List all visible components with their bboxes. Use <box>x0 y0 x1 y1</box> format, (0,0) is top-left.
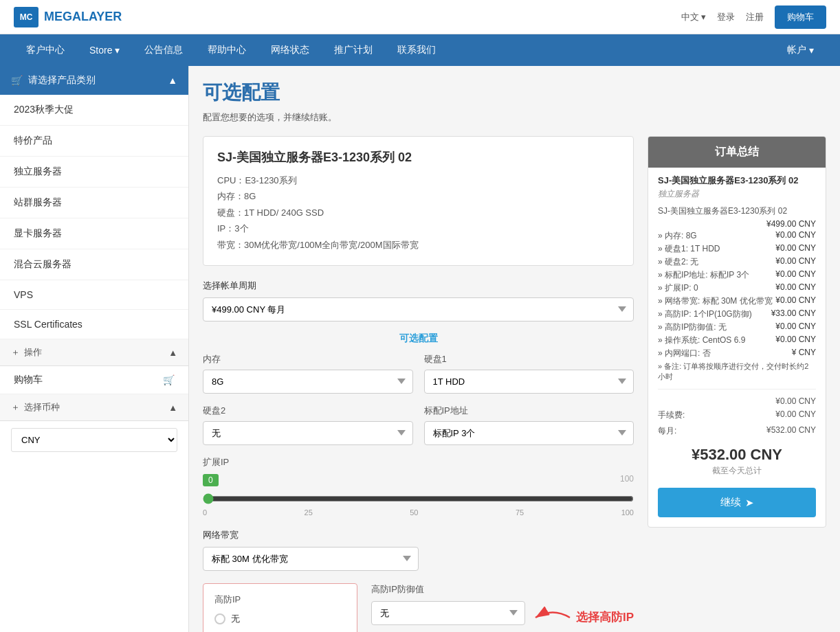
cart-label: 购物车 <box>14 374 43 386</box>
content-area: 可选配置 配置您想要的选项，并继续结账。 SJ-美国独立服务器E3-1230系列… <box>189 66 840 632</box>
sidebar-item-special[interactable]: 特价产品 <box>0 126 188 157</box>
order-item-5: » 网络带宽: 标配 30M 优化带宽 ¥0.00 CNY <box>648 295 826 308</box>
order-total-price: ¥532.00 CNY <box>658 446 816 464</box>
sidebar-header: 🛒 请选择产品类别 ▲ <box>0 66 188 95</box>
lang-switcher[interactable]: 中文 ▾ <box>681 11 706 23</box>
currency-select[interactable]: CNY USD <box>11 428 177 452</box>
logo-icon: MC <box>14 7 38 27</box>
cart-icon-small: 🛒 <box>163 374 175 385</box>
order-item-1: » 硬盘1: 1T HDD ¥0.00 CNY <box>648 242 826 256</box>
order-subtotal-row: ¥0.00 CNY <box>648 395 826 407</box>
sidebar-item-ssl[interactable]: SSL Certificates <box>0 310 188 339</box>
ip-field: 标配IP地址 标配IP 3个 <box>424 405 634 445</box>
expand-ip-slider[interactable] <box>203 493 634 504</box>
main-layout: 🛒 请选择产品类别 ▲ 2023秋季大促 特价产品 独立服务器 站群服务器 显卡… <box>0 66 840 632</box>
login-link[interactable]: 登录 <box>717 11 735 23</box>
highdef-none-radio[interactable] <box>214 613 225 624</box>
fee-value: ¥0.00 CNY <box>775 409 816 421</box>
monthly-value: ¥532.00 CNY <box>766 425 816 437</box>
sidebar-item-hybrid[interactable]: 混合云服务器 <box>0 249 188 280</box>
currency-toggle[interactable]: ＋ 选择币种 <box>11 401 60 414</box>
highdef-none-option[interactable]: 无 <box>214 613 346 625</box>
sidebar-item-gpu[interactable]: 显卡服务器 <box>0 218 188 249</box>
content-right: SJ-美国独立服务器E3-1230系列 02 CPU：E3-1230系列 内存：… <box>203 136 826 632</box>
highdef-ip-label: 高防IP <box>214 594 346 606</box>
sidebar-collapse-icon[interactable]: ▲ <box>168 75 177 86</box>
logo-text: MEGALAYER <box>44 10 122 24</box>
network-section: 网络带宽 标配 30M 优化带宽 100M 全向带宽 200M 国际带宽 <box>203 529 634 571</box>
sidebar-cart-item[interactable]: 购物车 🛒 <box>0 366 188 394</box>
sidebar-item-dedicated[interactable]: 独立服务器 <box>0 157 188 188</box>
continue-label: 继续 <box>720 496 741 509</box>
operations-toggle[interactable]: ＋ 操作 <box>11 346 42 359</box>
nav-item-network[interactable]: 网络状态 <box>258 34 322 66</box>
nav-item-account[interactable]: 帐户 ▾ <box>775 34 826 66</box>
memory-select[interactable]: 8G 16G <box>203 370 413 394</box>
order-divider <box>658 389 816 390</box>
nav-left: 客户中心 Store ▾ 公告信息 帮助中心 网络状态 推广计划 联系我们 <box>14 34 448 66</box>
product-title: SJ-美国独立服务器E3-1230系列 02 <box>217 149 619 166</box>
network-label: 网络带宽 <box>203 529 634 541</box>
disk1-field: 硬盘1 1T HDD 240G SSD <box>424 353 634 394</box>
order-fee-row: 手续费: ¥0.00 CNY <box>648 407 826 423</box>
nav-item-news[interactable]: 公告信息 <box>132 34 195 66</box>
order-base-product: SJ-美国独立服务器E3-1230系列 02 <box>648 204 826 218</box>
slider-current-value: 0 <box>203 474 219 486</box>
lang-label: 中文 <box>681 11 699 23</box>
nav-item-promotion[interactable]: 推广计划 <box>322 34 385 66</box>
ip-select[interactable]: 标配IP 3个 <box>424 421 634 445</box>
slider-section: 扩展IP 0 100 0 25 50 75 <box>203 456 634 517</box>
lang-arrow: ▾ <box>701 12 706 22</box>
disk1-select[interactable]: 1T HDD 240G SSD <box>424 370 634 394</box>
memory-field: 内存 8G 16G <box>203 353 413 394</box>
order-item-6: » 高防IP: 1个IP(10G防御) ¥33.00 CNY <box>648 308 826 321</box>
order-summary: 订单总结 SJ-美国独立服务器E3-1230系列 02 独立服务器 SJ-美国独… <box>648 136 826 528</box>
network-select[interactable]: 标配 30M 优化带宽 100M 全向带宽 200M 国际带宽 <box>203 547 419 571</box>
highdef-none-label: 无 <box>231 613 240 625</box>
operations-label: 操作 <box>24 346 42 359</box>
content-main: SJ-美国独立服务器E3-1230系列 02 CPU：E3-1230系列 内存：… <box>203 136 634 632</box>
slider-ticks: 0 25 50 75 100 <box>203 508 634 517</box>
sidebar-item-cluster[interactable]: 站群服务器 <box>0 188 188 218</box>
defense-value-select[interactable]: 无 10G 20G <box>371 601 525 625</box>
optional-header: 可选配置 <box>203 332 634 345</box>
currency-collapse[interactable]: ▲ <box>168 403 177 413</box>
sidebar-header-left: 🛒 请选择产品类别 <box>11 74 96 87</box>
sidebar: 🛒 请选择产品类别 ▲ 2023秋季大促 特价产品 独立服务器 站群服务器 显卡… <box>0 66 189 632</box>
order-header: 订单总结 <box>648 137 826 168</box>
monthly-label: 每月: <box>658 425 676 437</box>
order-base-price: ¥499.00 CNY <box>766 219 816 229</box>
nav-item-help[interactable]: 帮助中心 <box>195 34 258 66</box>
highdef-row: 高防IP 无 1个IP(10G防御) ¥33.00 CNY <box>203 583 525 632</box>
period-select[interactable]: ¥499.00 CNY 每月 <box>203 297 634 321</box>
continue-button[interactable]: 继续 ➤ <box>658 488 816 517</box>
cart-button[interactable]: 购物车 <box>775 5 826 29</box>
order-total-section: ¥532.00 CNY 截至今天总计 <box>648 439 826 482</box>
plus-icon-2: ＋ <box>11 401 20 414</box>
plus-icon: ＋ <box>11 346 20 359</box>
order-base-price-row: ¥499.00 CNY <box>648 218 826 229</box>
product-card: SJ-美国独立服务器E3-1230系列 02 CPU：E3-1230系列 内存：… <box>203 136 634 266</box>
sidebar-item-vps[interactable]: VPS <box>0 280 188 310</box>
store-arrow: ▾ <box>115 45 120 56</box>
spec-ip: IP：3个 <box>217 221 619 236</box>
product-specs: CPU：E3-1230系列 内存：8G 硬盘：1T HDD/ 240G SSD … <box>217 172 619 253</box>
operations-collapse[interactable]: ▲ <box>168 348 177 358</box>
spec-bandwidth: 带宽：30M优化带宽/100M全向带宽/200M国际带宽 <box>217 237 619 253</box>
order-item-8: » 操作系统: CentOS 6.9 ¥0.00 CNY <box>648 334 826 347</box>
disk2-select[interactable]: 无 1T HDD <box>203 421 413 445</box>
order-item-7: » 高防IP防御值: 无 ¥0.00 CNY <box>648 321 826 334</box>
sidebar-currency-section: ＋ 选择币种 ▲ <box>0 394 188 421</box>
register-link[interactable]: 注册 <box>746 11 764 23</box>
nav-item-customer[interactable]: 客户中心 <box>14 34 77 66</box>
nav-item-store[interactable]: Store ▾ <box>77 34 132 66</box>
order-subtotal: ¥0.00 CNY <box>775 396 816 406</box>
order-item-0: » 内存: 8G ¥0.00 CNY <box>648 229 826 242</box>
spec-memory: 内存：8G <box>217 188 619 204</box>
disk2-label: 硬盘2 <box>203 405 413 417</box>
period-label: 选择帐单周期 <box>203 280 634 292</box>
page-title: 可选配置 <box>203 80 826 106</box>
nav-item-contact[interactable]: 联系我们 <box>385 34 448 66</box>
sidebar-item-promo[interactable]: 2023秋季大促 <box>0 95 188 126</box>
slider-max-value: 100 <box>620 474 634 484</box>
